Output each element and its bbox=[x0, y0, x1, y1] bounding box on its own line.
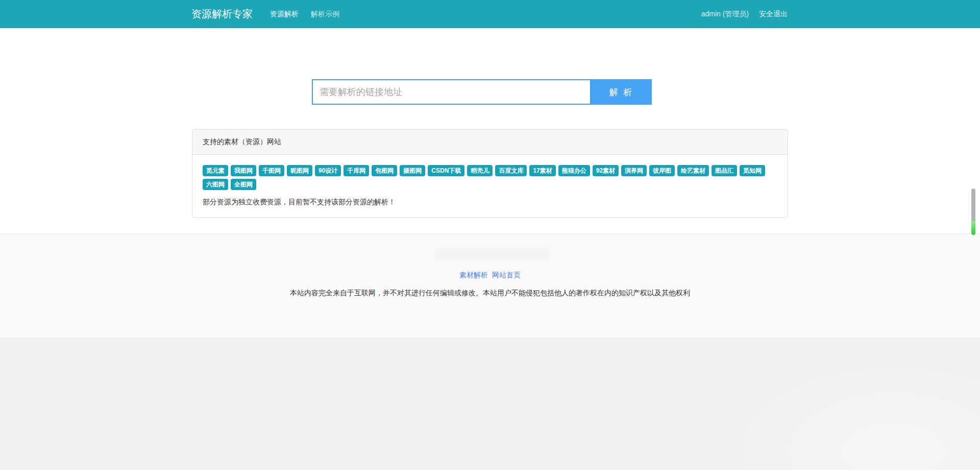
navbar-container: 资源解析专家 资源解析 解析示例 admin (管理员) 安全退出 bbox=[191, 7, 789, 22]
footer-link-site-home[interactable]: 网站首页 bbox=[492, 271, 521, 279]
navbar-right: admin (管理员) 安全退出 bbox=[696, 7, 789, 22]
site-badge: 昵图网 bbox=[287, 165, 312, 176]
parse-button[interactable]: 解 析 bbox=[591, 79, 652, 105]
supported-sites-panel: 支持的素材（资源）网站 觅元素 我图网 千图网 昵图网 90设计 千库网 包图网… bbox=[192, 129, 788, 218]
site-badge: 摄图网 bbox=[400, 165, 425, 176]
site-badge-list: 觅元素 我图网 千图网 昵图网 90设计 千库网 包图网 摄图网 CSDN下载 … bbox=[203, 165, 777, 190]
site-badge: 图品汇 bbox=[712, 165, 737, 176]
site-badge: 演界网 bbox=[621, 165, 647, 176]
panel-title: 支持的素材（资源）网站 bbox=[192, 130, 788, 155]
site-badge: 觅元素 bbox=[203, 165, 228, 176]
logout-link[interactable]: 安全退出 bbox=[754, 7, 789, 22]
site-badge: 稻壳儿 bbox=[467, 165, 493, 176]
scrollbar[interactable] bbox=[971, 189, 975, 235]
site-badge: 彼岸图 bbox=[649, 165, 675, 176]
site-badge: 全图网 bbox=[231, 179, 256, 190]
panel-body: 觅元素 我图网 千图网 昵图网 90设计 千库网 包图网 摄图网 CSDN下载 … bbox=[192, 155, 788, 217]
site-badge: 觅知网 bbox=[740, 165, 765, 176]
site-badge: 六图网 bbox=[203, 179, 228, 190]
footer-lower bbox=[0, 338, 980, 470]
site-badge: 熊猫办公 bbox=[558, 165, 590, 176]
nav-item-resource-parse[interactable]: 资源解析 bbox=[264, 7, 305, 22]
site-badge: 千图网 bbox=[259, 165, 284, 176]
parse-search-bar: 解 析 bbox=[312, 28, 652, 105]
footer-link-material-parse[interactable]: 素材解析 bbox=[459, 271, 488, 279]
nav-item-parse-examples[interactable]: 解析示例 bbox=[305, 7, 346, 22]
site-badge: 92素材 bbox=[593, 165, 619, 176]
corner-sheen bbox=[704, 347, 980, 470]
brand-title[interactable]: 资源解析专家 bbox=[191, 7, 253, 21]
site-badge: 包图网 bbox=[372, 165, 397, 176]
site-badge: 90设计 bbox=[315, 165, 341, 176]
site-badge: 我图网 bbox=[231, 165, 256, 176]
navbar: 资源解析专家 资源解析 解析示例 admin (管理员) 安全退出 bbox=[0, 0, 980, 28]
site-badge: 千库网 bbox=[344, 165, 369, 176]
disclaimer-text: 本站内容完全来自于互联网，并不对其进行任何编辑或修改。本站用户不能侵犯包括他人的… bbox=[0, 289, 980, 298]
site-badge: 百度文库 bbox=[495, 165, 527, 176]
user-label: admin (管理员) bbox=[696, 7, 754, 22]
site-badge: 17素材 bbox=[529, 165, 555, 176]
paid-resource-note: 部分资源为独立收费资源，目前暂不支持该部分资源的解析！ bbox=[203, 198, 777, 207]
site-badge: CSDN下载 bbox=[428, 165, 464, 176]
main-content: 解 析 支持的素材（资源）网站 觅元素 我图网 千图网 昵图网 90设计 千库网… bbox=[0, 28, 980, 233]
site-badge: 绘艺素材 bbox=[677, 165, 709, 176]
footer-upper: 素材解析 网站首页 本站内容完全来自于互联网，并不对其进行任何编辑或修改。本站用… bbox=[0, 233, 980, 338]
scrollbar-progress bbox=[971, 221, 975, 235]
parse-url-input[interactable] bbox=[312, 79, 591, 105]
faint-watermark bbox=[433, 247, 552, 262]
